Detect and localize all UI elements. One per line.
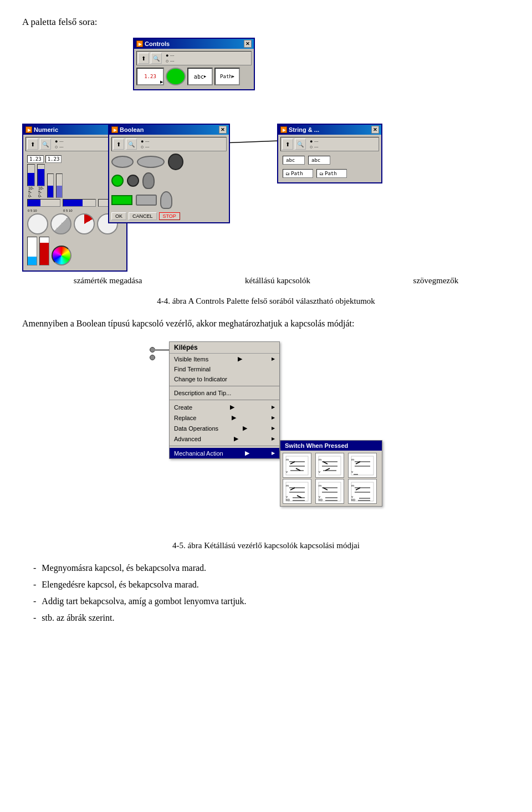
oval-1[interactable] xyxy=(111,156,134,168)
ctx-item-replace-arrow: ▶ xyxy=(232,414,236,421)
ctx-item-mechanical-action-label: Mechanical Action xyxy=(174,450,223,457)
ok-button[interactable]: OK xyxy=(111,212,126,220)
str-box-2[interactable]: abc xyxy=(308,156,330,165)
controls-body: ⬆ 🔍 ● ··· ○ ··· 1.23 ▶ abc xyxy=(134,49,254,89)
switch-cell-4[interactable]: m v RD xyxy=(283,479,311,504)
ctx-item-data-ops[interactable]: Data Operations ▶ xyxy=(170,423,279,433)
boolean-palette-item[interactable] xyxy=(166,68,186,85)
switch-cell-1[interactable]: m v xyxy=(283,453,311,478)
bullet-item-1: Megnyomásra kapcsol, és bekapcsolva mara… xyxy=(33,561,510,575)
drop-shape[interactable] xyxy=(142,172,155,189)
caption-boolean: kétállású kapcsolók xyxy=(245,276,310,285)
svg-text:m: m xyxy=(351,458,354,461)
cancel-button[interactable]: CANCEL xyxy=(129,212,157,220)
path-box-2[interactable]: 🗂Path xyxy=(316,169,347,178)
ctx-item-description-label: Description and Tip... xyxy=(174,390,231,396)
num-search-btn[interactable]: 🔍 xyxy=(40,139,51,150)
stop-button[interactable]: STOP xyxy=(159,212,180,220)
numeric-palette-item[interactable]: 1.23 ▶ xyxy=(136,68,164,85)
string-palette-item[interactable]: abc ▶ xyxy=(187,68,213,85)
str-up-btn[interactable]: ⬆ xyxy=(282,139,293,150)
ctx-item-replace[interactable]: Replace ▶ xyxy=(170,412,279,423)
h-slider-2-label: 0 5 10 xyxy=(63,209,73,212)
slider-group-1: 10-5-0- xyxy=(27,164,35,198)
boolean-title: Boolean xyxy=(120,126,144,133)
context-menu: Kilépés Visible Items ▶ Find Terminal Ch… xyxy=(169,341,280,459)
controls-toolbar: ⬆ 🔍 ● ··· ○ ··· xyxy=(136,51,252,65)
switch-cell-5[interactable]: m v RD xyxy=(315,479,344,504)
ctx-item-create-label: Create xyxy=(174,404,192,411)
oval-sm-dark[interactable] xyxy=(127,175,139,187)
switch-icon-6: m v RD xyxy=(350,481,375,502)
ctx-item-description[interactable]: Description and Tip... xyxy=(170,388,279,398)
bool-up-btn[interactable]: ⬆ xyxy=(113,139,124,150)
toggle-switch-icon xyxy=(150,347,155,360)
gauge-2[interactable] xyxy=(50,213,71,234)
ctx-item-mechanical-action[interactable]: Mechanical Action ▶ xyxy=(170,448,279,458)
color-box[interactable] xyxy=(52,246,71,265)
string-close-btn[interactable]: ✕ xyxy=(371,126,379,134)
ctx-item-advanced[interactable]: Advanced ▶ xyxy=(170,433,279,444)
controls-palette-area: ▶ Controls ✕ ⬆ 🔍 ● ··· ○ ··· 1.23 ▶ xyxy=(22,38,510,270)
num-up-btn[interactable]: ⬆ xyxy=(27,139,38,150)
controls-close-btn[interactable]: ✕ xyxy=(244,40,252,48)
tank-2[interactable] xyxy=(39,237,49,265)
num-display-2[interactable]: 1.23 xyxy=(45,155,62,163)
path-palette-item[interactable]: Path ▶ xyxy=(214,68,240,85)
svg-text:m: m xyxy=(319,458,321,461)
path-box-1[interactable]: 🗂Path xyxy=(283,169,313,178)
tank-1[interactable] xyxy=(27,237,37,265)
toolbar-search-btn[interactable]: 🔍 xyxy=(151,53,162,64)
ctx-item-mechanical-action-arrow: ▶ xyxy=(245,450,249,457)
toggle-bar xyxy=(154,349,170,351)
toolbar-up-btn[interactable]: ⬆ xyxy=(138,53,149,64)
bool-search-btn[interactable]: 🔍 xyxy=(126,139,137,150)
mechanical-action-submenu: Switch When Pressed m v xyxy=(280,440,382,507)
boolean-close-btn[interactable]: ✕ xyxy=(219,126,227,134)
svg-text:v: v xyxy=(351,470,353,473)
bar-2 xyxy=(37,164,45,186)
slider-group-4 xyxy=(56,173,63,198)
string-title: String & ... xyxy=(289,126,319,133)
ctx-item-change-to-indicator[interactable]: Change to Indicator xyxy=(170,374,279,384)
bool-row-3 xyxy=(111,191,227,209)
ctx-sep-1 xyxy=(170,386,279,386)
gauge-1[interactable] xyxy=(27,213,48,234)
str-box-1[interactable]: abc xyxy=(283,156,305,165)
toolbar-options: ● ··· ○ ··· xyxy=(166,53,174,64)
svg-text:RD: RD xyxy=(286,498,290,502)
oval-green[interactable] xyxy=(111,175,124,187)
switch-cell-3[interactable]: m v xyxy=(348,453,377,478)
ctx-item-visible-items[interactable]: Visible Items ▶ xyxy=(170,354,279,364)
str-row-2: 🗂Path 🗂Path xyxy=(283,169,377,178)
gauge-3[interactable] xyxy=(74,213,95,234)
ctx-item-advanced-arrow: ▶ xyxy=(234,435,238,442)
drop-shape-2[interactable] xyxy=(160,191,172,209)
switch-cell-2[interactable]: m v xyxy=(315,453,344,478)
ctx-item-create-arrow: ▶ xyxy=(230,404,234,411)
controls-icon: ▶ xyxy=(136,40,143,47)
oval-2[interactable] xyxy=(137,156,165,168)
controls-window: ▶ Controls ✕ ⬆ 🔍 ● ··· ○ ··· 1.23 ▶ xyxy=(133,38,255,90)
rect-gray[interactable] xyxy=(136,195,157,206)
string-window: ▶ String & ... ✕ ⬆ 🔍 ● ··· ○ ··· abc abc xyxy=(277,124,382,183)
string-toolbar: ⬆ 🔍 ● ··· ○ ··· xyxy=(280,137,379,151)
oval-3[interactable] xyxy=(168,154,183,170)
svg-text:m: m xyxy=(286,484,289,487)
ctx-item-find-terminal[interactable]: Find Terminal xyxy=(170,364,279,374)
ctx-item-change-to-indicator-label: Change to Indicator xyxy=(174,376,227,382)
slider-group-3 xyxy=(47,173,54,198)
ctx-sep-2 xyxy=(170,400,279,400)
path-icon-2: 🗂 xyxy=(319,171,324,176)
str-options: ● ··· ○ ··· xyxy=(310,139,318,150)
num-options: ● ··· ○ ··· xyxy=(55,139,63,150)
rect-green[interactable] xyxy=(111,195,132,205)
str-search-btn[interactable]: 🔍 xyxy=(295,139,306,150)
boolean-window: ▶ Boolean ✕ ⬆ 🔍 ● ··· ○ ··· xyxy=(108,124,230,223)
num-display-1[interactable]: 1.23 xyxy=(27,155,44,163)
ctx-item-create[interactable]: Create ▶ xyxy=(170,402,279,412)
switch-cell-6[interactable]: m v RD xyxy=(348,479,377,504)
bool-row-1 xyxy=(111,154,227,170)
string-icon: ▶ xyxy=(280,126,287,133)
bullet-item-2: Elengedésre kapcsol, és bekapcsolva mara… xyxy=(33,578,510,591)
